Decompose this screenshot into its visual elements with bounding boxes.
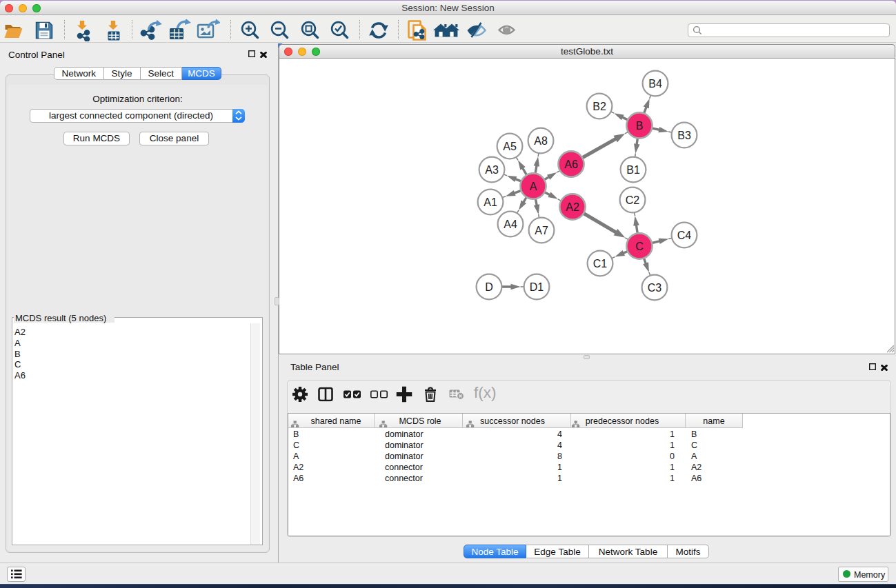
- svg-text:B: B: [636, 120, 644, 132]
- svg-text:A5: A5: [503, 141, 517, 152]
- svg-text:C1: C1: [593, 258, 608, 270]
- svg-text:C4: C4: [677, 230, 692, 241]
- svg-text:B4: B4: [648, 78, 662, 90]
- svg-text:A6: A6: [564, 159, 578, 170]
- svg-text:A4: A4: [504, 219, 517, 230]
- svg-text:A2: A2: [566, 201, 579, 213]
- svg-text:D1: D1: [530, 281, 544, 293]
- svg-text:B2: B2: [593, 101, 606, 112]
- svg-text:B1: B1: [626, 164, 640, 176]
- svg-text:C2: C2: [626, 194, 640, 206]
- svg-text:D: D: [485, 281, 493, 293]
- svg-text:A1: A1: [484, 196, 497, 208]
- svg-text:A7: A7: [535, 225, 548, 236]
- svg-text:C: C: [635, 241, 644, 252]
- svg-text:B3: B3: [677, 130, 691, 141]
- svg-text:A3: A3: [485, 164, 499, 176]
- svg-text:A8: A8: [534, 135, 548, 147]
- svg-text:A: A: [530, 181, 537, 192]
- svg-text:C3: C3: [648, 282, 662, 294]
